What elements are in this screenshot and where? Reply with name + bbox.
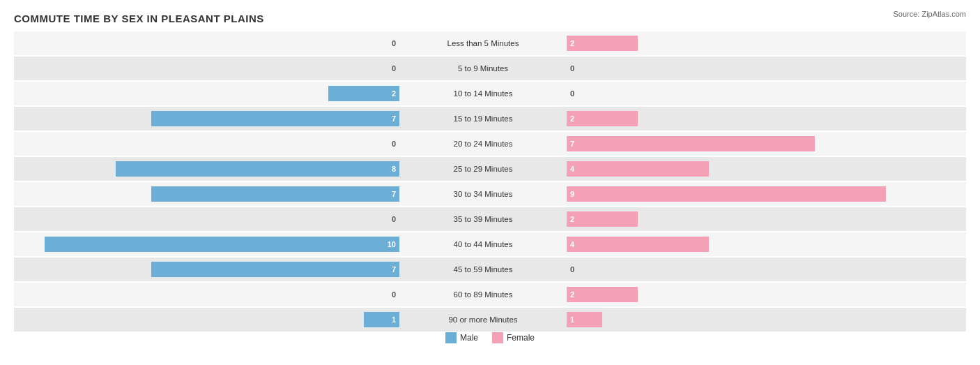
female-bar: 4 (567, 237, 709, 252)
row-label: 20 to 24 Minutes (399, 140, 567, 148)
row-label: 60 to 89 Minutes (399, 290, 567, 299)
female-value: 2 (567, 39, 578, 47)
chart-container: COMMUTE TIME BY SEX IN PLEASANT PLAINS S… (0, 0, 980, 365)
male-bar: 7 (151, 111, 399, 126)
male-section: 10 (14, 232, 399, 256)
male-bar: 7 (151, 262, 399, 277)
female-bar: 2 (567, 211, 638, 227)
bar-row: 190 or more Minutes1 (14, 308, 966, 332)
row-label: 90 or more Minutes (399, 315, 567, 324)
male-value: 0 (392, 140, 396, 148)
female-bar: 2 (567, 36, 638, 51)
female-bar: 9 (567, 186, 886, 202)
male-section: 0 (14, 132, 399, 156)
male-section: 0 (14, 207, 399, 231)
male-value: 10 (384, 240, 399, 248)
male-value: 0 (392, 64, 396, 73)
female-section: 1 (567, 308, 952, 332)
male-value: 1 (388, 315, 399, 324)
female-bar: 2 (567, 111, 638, 126)
bar-row: 825 to 29 Minutes4 (14, 157, 966, 181)
male-label: Male (460, 333, 478, 343)
male-section: 7 (14, 107, 399, 131)
male-value: 7 (388, 190, 399, 198)
row-label: 10 to 14 Minutes (399, 89, 567, 98)
female-value: 9 (567, 190, 578, 198)
male-section: 7 (14, 258, 399, 281)
chart-title: COMMUTE TIME BY SEX IN PLEASANT PLAINS (14, 13, 966, 24)
legend-male: Male (445, 332, 478, 343)
male-bar: 8 (116, 161, 399, 177)
female-label: Female (507, 333, 535, 343)
male-section: 0 (14, 31, 399, 55)
female-section: 0 (567, 82, 952, 105)
bar-row: 035 to 39 Minutes2 (14, 207, 966, 231)
female-value: 2 (567, 114, 578, 123)
male-section: 0 (14, 283, 399, 306)
bar-row: 730 to 34 Minutes9 (14, 182, 966, 206)
legend: Male Female (14, 332, 966, 343)
bar-row: 020 to 24 Minutes7 (14, 132, 966, 156)
female-value: 1 (567, 315, 578, 324)
male-bar: 7 (151, 186, 399, 202)
female-color-box (492, 332, 503, 343)
female-value: 0 (570, 89, 574, 98)
female-section: 2 (567, 31, 952, 55)
row-label: 35 to 39 Minutes (399, 215, 567, 223)
male-bar: 2 (328, 86, 399, 101)
female-bar: 7 (567, 136, 815, 151)
male-section: 1 (14, 308, 399, 332)
male-value: 0 (392, 215, 396, 223)
row-label: Less than 5 Minutes (399, 39, 567, 47)
male-value: 0 (392, 39, 396, 47)
legend-female: Female (492, 332, 535, 343)
female-value: 0 (570, 265, 574, 274)
female-bar: 4 (567, 161, 709, 177)
female-value: 2 (567, 290, 578, 299)
bar-row: 210 to 14 Minutes0 (14, 82, 966, 105)
female-section: 4 (567, 157, 952, 181)
row-label: 5 to 9 Minutes (399, 64, 567, 73)
male-section: 0 (14, 57, 399, 80)
female-section: 9 (567, 182, 952, 206)
male-section: 2 (14, 82, 399, 105)
row-label: 15 to 19 Minutes (399, 114, 567, 123)
female-bar: 2 (567, 287, 638, 302)
female-value: 7 (567, 140, 578, 148)
bar-row: 1040 to 44 Minutes4 (14, 232, 966, 256)
female-value: 0 (570, 64, 574, 73)
male-value: 7 (388, 265, 399, 274)
bar-row: 060 to 89 Minutes2 (14, 283, 966, 306)
source-label: Source: ZipAtlas.com (893, 10, 966, 18)
male-value: 7 (388, 114, 399, 123)
bar-row: 745 to 59 Minutes0 (14, 258, 966, 281)
bar-row: 715 to 19 Minutes2 (14, 107, 966, 131)
female-section: 0 (567, 57, 952, 80)
row-label: 45 to 59 Minutes (399, 265, 567, 274)
male-value: 2 (388, 89, 399, 98)
female-section: 2 (567, 107, 952, 131)
male-value: 8 (388, 165, 399, 173)
male-section: 7 (14, 182, 399, 206)
bar-row: 0Less than 5 Minutes2 (14, 31, 966, 55)
male-color-box (445, 332, 457, 343)
row-label: 30 to 34 Minutes (399, 190, 567, 198)
male-section: 8 (14, 157, 399, 181)
female-value: 4 (567, 165, 578, 173)
female-section: 7 (567, 132, 952, 156)
row-label: 40 to 44 Minutes (399, 240, 567, 248)
row-label: 25 to 29 Minutes (399, 165, 567, 173)
female-value: 4 (567, 240, 578, 248)
female-section: 2 (567, 207, 952, 231)
female-section: 0 (567, 258, 952, 281)
male-bar: 1 (364, 312, 399, 327)
chart-area: 0Less than 5 Minutes205 to 9 Minutes0210… (14, 31, 966, 318)
female-value: 2 (567, 215, 578, 223)
female-bar: 1 (567, 312, 602, 327)
male-bar: 10 (45, 237, 399, 252)
female-section: 4 (567, 232, 952, 256)
female-section: 2 (567, 283, 952, 306)
male-value: 0 (392, 290, 396, 299)
bar-row: 05 to 9 Minutes0 (14, 57, 966, 80)
